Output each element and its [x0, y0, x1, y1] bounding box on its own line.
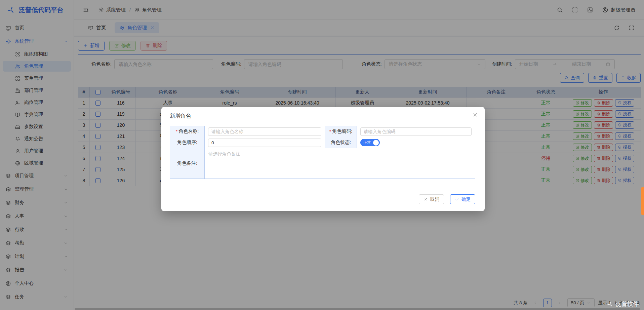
role-status-cell: 正常	[357, 137, 475, 148]
role-name-label: * 角色名称:	[170, 126, 205, 137]
cancel-label: 取消	[430, 196, 439, 202]
role-code-cell	[357, 126, 475, 137]
role-code-label: * 角色编码:	[325, 126, 357, 137]
watermark-logo-icon	[606, 301, 614, 308]
dialog-close-icon[interactable]	[472, 112, 478, 118]
confirm-label: 确定	[461, 196, 471, 202]
watermark-text: 泛普软件	[616, 300, 639, 308]
role-status-toggle[interactable]: 正常	[360, 139, 380, 146]
cancel-button[interactable]: 取消	[419, 194, 444, 204]
role-name-input[interactable]	[208, 127, 321, 136]
dialog-title: 新增角色	[170, 113, 191, 120]
check-icon	[455, 197, 459, 201]
role-order-cell	[205, 137, 325, 148]
role-name-cell	[205, 126, 325, 137]
role-code-input[interactable]	[360, 127, 472, 136]
role-remark-cell	[205, 148, 475, 179]
watermark: 泛普软件	[606, 300, 639, 308]
toggle-on-label: 正常	[363, 140, 373, 146]
role-order-input[interactable]	[208, 139, 321, 147]
add-role-form: * 角色名称: * 角色编码: 角色顺序: 角色状态: 正常	[170, 126, 475, 179]
vertical-scrollbar-thumb[interactable]	[641, 187, 644, 215]
role-remark-label: 角色备注:	[170, 148, 205, 179]
confirm-button[interactable]: 确定	[450, 194, 475, 204]
app-window: 泛普低代码平台 首页系统管理组织结构图角色管理菜单管理部门管理岗位管理字典管理参…	[0, 0, 644, 310]
required-mark: *	[176, 129, 177, 134]
x-icon	[424, 197, 428, 201]
role-remark-textarea[interactable]	[205, 148, 475, 179]
role-status-label: 角色状态:	[325, 137, 357, 148]
toggle-knob	[373, 140, 379, 146]
required-mark: *	[329, 129, 331, 134]
dialog-footer: 取消 确定	[419, 194, 475, 204]
add-role-dialog: 新增角色 * 角色名称: * 角色编码: 角色顺序: 角色状态:	[161, 107, 485, 211]
role-order-label: 角色顺序:	[170, 137, 205, 148]
